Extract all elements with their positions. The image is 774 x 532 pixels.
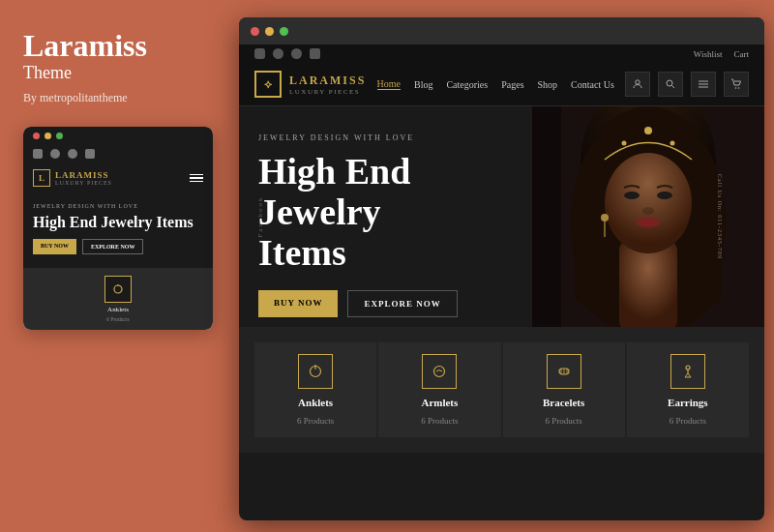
- cart-icon-button[interactable]: [724, 72, 749, 97]
- mobile-social-pinterest: [68, 149, 77, 159]
- menu-icon-button[interactable]: [691, 72, 716, 97]
- hamburger-line-1: [190, 174, 203, 176]
- mobile-logo-icon: L: [33, 169, 50, 187]
- hero-side-text: Call Us On: 011-2345-789: [717, 174, 723, 259]
- svg-point-14: [605, 153, 692, 253]
- svg-point-8: [735, 87, 737, 89]
- earrings-icon-box: [670, 354, 705, 389]
- mobile-anklets-icon-box: [104, 276, 132, 303]
- svg-point-17: [642, 207, 654, 215]
- nav-link-home[interactable]: Home: [377, 78, 401, 90]
- svg-rect-13: [619, 242, 677, 327]
- brand-by: By metropolitantheme: [23, 91, 209, 105]
- category-card-bracelets[interactable]: Bracelets 6 Products: [503, 342, 625, 437]
- browser-window: Wishlist Cart ⟡ LARAMISS LUXURY PIECES H…: [239, 17, 764, 520]
- mobile-hamburger-icon[interactable]: [190, 174, 203, 183]
- site-facebook-icon[interactable]: [254, 48, 265, 59]
- mobile-logo-sub: LUXURY PIECES: [55, 180, 112, 186]
- mobile-explore-now-button[interactable]: EXPLORE NOW: [82, 239, 144, 254]
- mobile-social-twitter: [50, 149, 60, 159]
- browser-dot-red[interactable]: [251, 27, 259, 36]
- mobile-dot-green: [56, 133, 63, 139]
- site-twitter-icon[interactable]: [273, 48, 283, 59]
- nav-link-shop[interactable]: Shop: [538, 79, 558, 90]
- armlets-label: Armlets: [421, 397, 458, 408]
- bracelets-icon: [555, 363, 573, 380]
- site-social-right: Wishlist Cart: [694, 49, 749, 59]
- user-icon: [632, 78, 643, 90]
- mobile-dot-red: [33, 133, 40, 139]
- left-panel: Laramiss Theme By metropolitantheme L LA…: [0, 0, 232, 532]
- svg-point-9: [738, 87, 740, 89]
- site-logo-sub: LUXURY PIECES: [289, 88, 366, 96]
- cart-icon: [730, 78, 742, 90]
- hero-title-line1: High End: [258, 151, 410, 192]
- site-logo-text-area: LARAMISS LUXURY PIECES: [289, 74, 366, 96]
- svg-point-21: [670, 141, 675, 146]
- mobile-logo: L LARAMISS LUXURY PIECES: [33, 169, 112, 187]
- svg-point-26: [314, 365, 316, 367]
- hamburger-line-2: [190, 177, 203, 179]
- armlets-icon: [431, 363, 448, 380]
- category-card-armlets[interactable]: Armlets 6 Products: [378, 342, 500, 437]
- search-icon-button[interactable]: [658, 72, 683, 97]
- mobile-logo-name: LARAMISS: [55, 170, 112, 180]
- search-icon: [665, 78, 676, 90]
- mobile-hero-buttons: BUY NOW EXPLORE NOW: [33, 239, 203, 254]
- browser-dot-yellow[interactable]: [265, 27, 274, 36]
- svg-point-28: [434, 367, 445, 377]
- nav-link-blog[interactable]: Blog: [414, 79, 432, 90]
- site-social-bar: Wishlist Cart: [239, 44, 764, 63]
- hamburger-line-3: [190, 181, 203, 183]
- bracelets-icon-box: [547, 354, 581, 389]
- category-card-earrings[interactable]: Earrings 6 Products: [627, 342, 749, 437]
- svg-point-2: [636, 80, 640, 84]
- browser-dot-green[interactable]: [280, 27, 288, 36]
- mobile-buy-now-button[interactable]: BUY NOW: [33, 239, 76, 254]
- svg-line-4: [672, 86, 675, 89]
- site-nav-icons: [625, 72, 749, 97]
- mobile-topbar: [23, 127, 213, 145]
- mobile-logo-symbol: L: [39, 173, 45, 183]
- site-pinterest-icon[interactable]: [291, 48, 302, 59]
- anklets-icon-box: [298, 354, 333, 389]
- site-logo-symbol: ⟡: [264, 77, 272, 92]
- mobile-dot-yellow: [45, 133, 51, 139]
- mobile-category-count: 6 Products: [106, 316, 129, 322]
- earrings-icon: [679, 363, 697, 380]
- earrings-label: Earrings: [668, 397, 708, 408]
- svg-point-0: [114, 285, 122, 293]
- armlets-count: 6 Products: [421, 416, 458, 426]
- svg-point-33: [686, 366, 690, 369]
- hamburger-icon: [698, 78, 709, 90]
- hero-title-line3: Items: [258, 232, 346, 273]
- svg-point-19: [644, 127, 652, 134]
- hero-portrait-svg: [532, 106, 764, 327]
- svg-point-1: [117, 285, 119, 287]
- hero-title: High End Jewelry Items: [258, 152, 513, 273]
- cart-link[interactable]: Cart: [734, 49, 750, 59]
- mobile-hero: JEWELRY DESIGN WITH LOVE High End Jewelr…: [23, 193, 213, 268]
- nav-link-contact[interactable]: Contact Us: [571, 79, 614, 90]
- wishlist-link[interactable]: Wishlist: [694, 49, 723, 59]
- svg-rect-24: [532, 106, 561, 327]
- mobile-category-anklets[interactable]: Anklets 6 Products: [104, 276, 132, 322]
- mobile-social-facebook: [33, 149, 43, 159]
- mobile-anklets-icon: [111, 282, 125, 296]
- user-icon-button[interactable]: [625, 72, 650, 97]
- anklets-label: Anklets: [298, 397, 333, 408]
- category-card-anklets[interactable]: Anklets 6 Products: [254, 342, 376, 437]
- mobile-social-bar: [23, 145, 213, 163]
- explore-now-button[interactable]: EXPLORE NOW: [347, 290, 457, 317]
- svg-marker-35: [685, 373, 691, 377]
- hero-title-line2: Jewelry: [258, 192, 381, 232]
- mobile-category-label: Anklets: [107, 306, 129, 313]
- buy-now-button[interactable]: BUY NOW: [258, 290, 338, 317]
- site-linkedin-icon[interactable]: [310, 48, 320, 59]
- browser-topbar: [239, 17, 764, 44]
- anklets-icon: [307, 363, 324, 380]
- nav-link-categories[interactable]: Categories: [446, 79, 488, 90]
- mobile-social-linkedin: [85, 149, 95, 159]
- nav-link-pages[interactable]: Pages: [501, 79, 523, 90]
- site-social-icons: [254, 48, 320, 59]
